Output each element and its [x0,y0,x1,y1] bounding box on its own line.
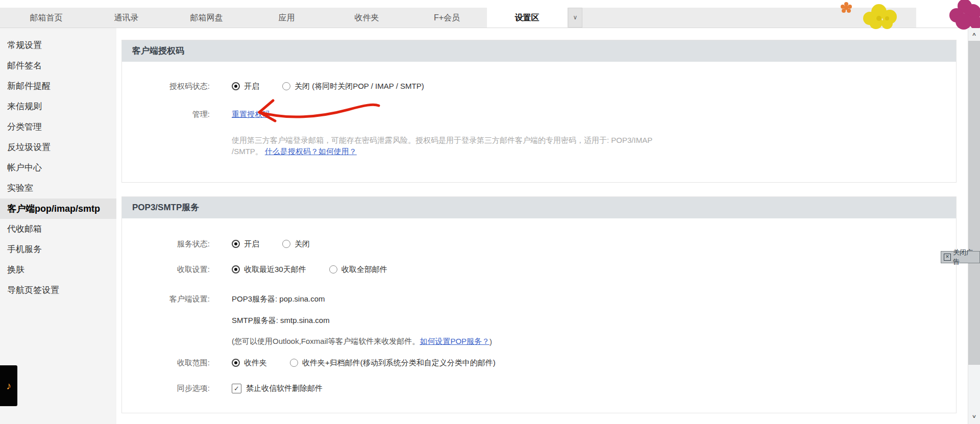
settings-tab-dropdown[interactable]: ∨ [568,8,582,28]
service-off-radio[interactable] [282,240,290,248]
client-note-text: (您可以使用Outlook,Foxmail等客户端软件来收发邮件。 [232,337,420,346]
check-icon: ✓ [234,385,239,392]
sidebar-item-antispam[interactable]: 反垃圾设置 [0,137,116,158]
sync-options-row: 同步选项: ✓ 禁止收信软件删除邮件 [122,383,323,394]
range-archive-radio[interactable] [290,359,298,367]
service-status-label: 服务状态: [122,239,210,249]
music-player-button[interactable]: ♪ [0,365,17,406]
service-on-label: 开启 [244,239,259,249]
nav-tab-contacts[interactable]: 通讯录 [86,8,166,28]
range-archive-label: 收件夹+归档邮件(移动到系统分类和自定义分类中的邮件) [302,358,496,368]
scrollbar-thumb[interactable] [968,41,980,365]
smtp-server-value: SMTP服务器: smtp.sina.com [232,316,330,326]
fetch-recent-label: 收取最近30天邮件 [244,265,306,275]
chevron-down-icon: ∨ [972,413,977,419]
auth-description-line1: 使用第三方客户端登录邮箱，可能存在密码泄露风险。授权码是用于登录第三方邮件客户端… [232,135,652,146]
close-ad-label: 关闭广告 [953,248,977,266]
range-inbox-label: 收件夹 [244,358,267,368]
sidebar-item-general-settings[interactable]: 常规设置 [0,35,116,56]
orange-flower-decoration [840,2,853,15]
auth-description-line2: /SMTP。 什么是授权码？如何使用？ [232,146,357,157]
nav-tab-home[interactable]: 邮箱首页 [6,8,86,28]
fetch-all-radio[interactable] [329,265,337,273]
service-on-radio[interactable] [232,240,240,248]
chevron-down-icon: ∨ [573,14,578,21]
sidebar-item-mobile-service[interactable]: 手机服务 [0,239,116,260]
how-to-setup-pop-link[interactable]: 如何设置POP服务？ [420,337,489,346]
nav-tab-inbox[interactable]: 收件夹 [327,8,407,28]
magenta-flower-decoration [949,0,980,30]
music-note-icon: ♪ [6,380,11,392]
reset-auth-code-link[interactable]: 重置授权码 [232,110,270,119]
auth-code-section: 客户端授权码 授权码状态: 开启 关闭 (将同时关闭POP / IMAP / S… [121,40,957,183]
fetch-range-row: 收取范围: 收件夹 收件夹+归档邮件(移动到系统分类和自定义分类中的邮件) [122,357,496,368]
nav-tab-apps[interactable]: 应用 [247,8,327,28]
fetch-settings-label: 收取设置: [122,265,210,275]
smtp-server-row: SMTP服务器: smtp.sina.com [232,315,330,326]
sidebar-item-lab[interactable]: 实验室 [0,178,116,198]
pop3-smtp-section-title: POP3/SMTP服务 [122,197,956,218]
sidebar-item-nav-tab-settings[interactable]: 导航页签设置 [0,280,116,301]
scroll-down-button[interactable]: ∨ [968,412,980,420]
auth-status-label: 授权码状态: [122,82,210,91]
client-settings-row: 客户端设置: POP3服务器: pop.sina.com [122,293,325,305]
service-off-label: 关闭 [295,239,310,249]
auth-code-section-title: 客户端授权码 [122,40,956,62]
forbid-delete-label: 禁止收信软件删除邮件 [246,384,323,393]
settings-sidebar: 常规设置 邮件签名 新邮件提醒 来信规则 分类管理 反垃圾设置 帐户中心 实验室… [0,28,116,424]
yellow-flower-decoration [861,3,900,30]
nav-tabs: 邮箱首页 通讯录 邮箱网盘 应用 收件夹 F+会员 设置区 ∨ [6,8,582,28]
auth-status-row: 授权码状态: 开启 关闭 (将同时关闭POP / IMAP / SMTP) [122,81,424,92]
scrollbar[interactable]: ∧ ∨ [968,28,980,424]
auth-manage-row: 管理: 重置授权码 [122,109,270,120]
nav-tab-netdisk[interactable]: 邮箱网盘 [166,8,247,28]
sidebar-item-category-management[interactable]: 分类管理 [0,117,116,137]
client-note-suffix: ) [489,337,492,346]
top-nav-bar: 邮箱首页 通讯录 邮箱网盘 应用 收件夹 F+会员 设置区 ∨ [0,0,980,28]
service-status-row: 服务状态: 开启 关闭 [122,238,310,250]
auth-status-on-label: 开启 [244,82,259,91]
fetch-settings-row: 收取设置: 收取最近30天邮件 收取全部邮件 [122,264,387,275]
sidebar-item-proxy-mailbox[interactable]: 代收邮箱 [0,219,116,239]
client-settings-label: 客户端设置: [122,294,210,304]
auth-status-off-label: 关闭 (将同时关闭POP / IMAP / SMTP) [295,82,424,91]
sidebar-item-account-center[interactable]: 帐户中心 [0,158,116,178]
fetch-range-label: 收取范围: [122,358,210,368]
range-inbox-radio[interactable] [232,359,240,367]
sidebar-item-mail-signature[interactable]: 邮件签名 [0,56,116,76]
scroll-up-button[interactable]: ∧ [968,30,980,38]
what-is-auth-code-link[interactable]: 什么是授权码？如何使用？ [265,147,357,157]
sidebar-item-new-mail-alert[interactable]: 新邮件提醒 [0,76,116,96]
pop3-smtp-section: POP3/SMTP服务 服务状态: 开启 关闭 收取设置: 收取最近30天邮件 … [121,196,957,413]
sync-options-label: 同步选项: [122,384,210,393]
nav-tab-settings-active[interactable]: 设置区 [487,8,567,28]
client-note-row: (您可以使用Outlook,Foxmail等客户端软件来收发邮件。 如何设置PO… [232,336,492,347]
sidebar-item-skin[interactable]: 换肤 [0,260,116,280]
sidebar-item-incoming-rules[interactable]: 来信规则 [0,96,116,117]
auth-manage-label: 管理: [122,110,210,119]
forbid-delete-checkbox[interactable]: ✓ [232,384,241,393]
auth-status-on-radio[interactable] [232,82,240,90]
auth-status-off-radio[interactable] [282,82,290,90]
pop3-server-value: POP3服务器: pop.sina.com [232,294,325,304]
auth-description-text2: /SMTP。 [232,147,263,157]
auth-description-text1: 使用第三方客户端登录邮箱，可能存在密码泄露风险。授权码是用于登录第三方邮件客户端… [232,136,652,145]
fetch-recent-radio[interactable] [232,265,240,273]
chevron-up-icon: ∧ [972,31,977,37]
fetch-all-label: 收取全部邮件 [341,265,387,275]
nav-tab-f-member[interactable]: F+会员 [407,8,487,28]
close-icon: ✕ [944,254,951,261]
sidebar-item-client-pop-imap-smtp[interactable]: 客户端pop/imap/smtp [0,198,116,219]
close-ad-button[interactable]: ✕ 关闭广告 [941,251,980,263]
